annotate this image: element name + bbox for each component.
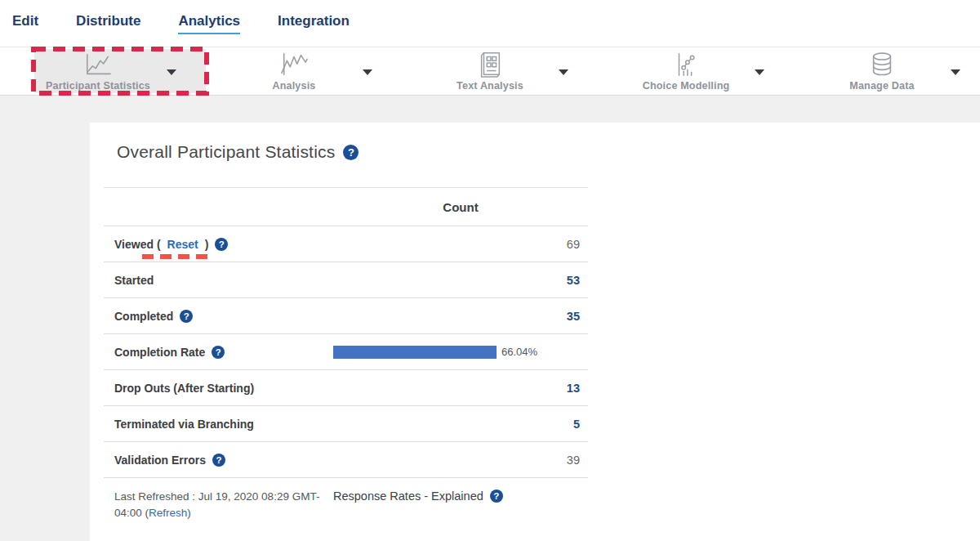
nav-analytics[interactable]: Analytics — [178, 13, 240, 34]
help-icon[interactable]: ? — [215, 238, 228, 251]
row-value: 39 — [567, 454, 580, 467]
table-row-validation-errors: Validation Errors ? 39 — [104, 442, 588, 478]
toolbar-item-label: Manage Data — [849, 80, 914, 92]
primary-nav: Edit Distribute Analytics Integration — [0, 0, 980, 47]
row-label: Completion Rate — [114, 346, 205, 359]
participant-stats-table: Count Viewed ( Reset ) ? 69 — [104, 187, 588, 521]
app-header: Edit Distribute Analytics Integration — [0, 0, 980, 96]
annotation-dashed-underline — [142, 254, 214, 259]
last-refreshed-label: Last Refreshed : Jul 19, 2020 08:29 GMT-… — [114, 490, 319, 519]
last-refreshed-text: Last Refreshed : Jul 19, 2020 08:29 GMT-… — [114, 489, 333, 521]
content-card: Overall Participant Statistics ? Count V… — [90, 123, 980, 541]
toolbar-item-label: Participant Statistics — [46, 80, 150, 92]
nav-integration[interactable]: Integration — [278, 13, 350, 34]
count-column-header: Count — [443, 200, 478, 214]
row-label: Terminated via Branching — [114, 418, 254, 431]
page: Edit Distribute Analytics Integration — [0, 0, 980, 541]
table-header-row: Count — [104, 188, 588, 226]
row-label: Completed — [114, 310, 173, 323]
toolbar-item-choice-modelling[interactable]: Choice Modelling — [588, 47, 784, 95]
database-icon — [863, 51, 901, 78]
content-area: Overall Participant Statistics ? Count V… — [0, 123, 980, 541]
chevron-down-icon[interactable] — [167, 69, 176, 75]
scatter-chart-icon — [667, 51, 705, 78]
trend-chart-icon — [275, 51, 313, 78]
toolbar-item-analysis[interactable]: Analysis — [196, 47, 392, 95]
page-title: Overall Participant Statistics — [117, 142, 335, 162]
chevron-down-icon[interactable] — [755, 69, 764, 75]
row-value: 13 — [567, 382, 580, 395]
nav-edit[interactable]: Edit — [12, 13, 38, 34]
document-grid-icon — [471, 51, 509, 78]
toolbar-item-label: Text Analysis — [457, 80, 523, 92]
nav-distribute[interactable]: Distribute — [76, 13, 140, 34]
help-icon[interactable]: ? — [212, 346, 225, 359]
chevron-down-icon[interactable] — [951, 69, 960, 75]
table-row-terminated: Terminated via Branching 5 — [104, 406, 588, 442]
table-row-started: Started 53 — [104, 262, 588, 298]
toolbar-item-participant-statistics[interactable]: Participant Statistics — [0, 47, 196, 95]
completion-rate-percent: 66.04% — [501, 346, 537, 358]
reset-link[interactable]: Reset — [167, 238, 198, 251]
table-row-viewed: Viewed ( Reset ) ? 69 — [104, 226, 588, 262]
table-row-drop-outs: Drop Outs (After Starting) 13 — [104, 370, 588, 406]
response-rates-explained: Response Rates - Explained ? — [333, 489, 503, 503]
table-footer: Last Refreshed : Jul 19, 2020 08:29 GMT-… — [104, 478, 588, 521]
toolbar-item-label: Choice Modelling — [643, 80, 730, 92]
help-icon[interactable]: ? — [212, 454, 225, 467]
row-label: Validation Errors — [114, 454, 206, 467]
row-label: Drop Outs (After Starting) — [114, 382, 254, 395]
help-icon[interactable]: ? — [343, 145, 359, 160]
analytics-toolbar: Participant Statistics Analysis — [0, 47, 980, 96]
completion-rate-bar — [333, 346, 497, 359]
row-value: 53 — [567, 274, 580, 287]
refresh-link[interactable]: Refresh — [149, 507, 187, 519]
row-label-suffix: ) — [205, 238, 209, 251]
toolbar-item-manage-data[interactable]: Manage Data — [784, 47, 980, 95]
table-row-completion-rate: Completion Rate ? 66.04% — [104, 334, 588, 370]
line-chart-icon — [79, 51, 117, 78]
table-row-completed: Completed ? 35 — [104, 298, 588, 334]
chevron-down-icon[interactable] — [559, 69, 568, 75]
row-value: 35 — [567, 310, 580, 323]
last-refreshed-suffix: ) — [187, 507, 191, 519]
chevron-down-icon[interactable] — [363, 69, 372, 75]
help-icon[interactable]: ? — [180, 310, 193, 323]
row-label: Started — [114, 274, 154, 287]
row-value: 5 — [573, 418, 580, 431]
row-value: 69 — [567, 238, 580, 251]
toolbar-item-text-analysis[interactable]: Text Analysis — [392, 47, 588, 95]
toolbar-item-label: Analysis — [272, 80, 315, 92]
response-rates-label: Response Rates - Explained — [333, 490, 483, 503]
row-label: Viewed ( — [114, 238, 161, 251]
help-icon[interactable]: ? — [490, 490, 503, 503]
